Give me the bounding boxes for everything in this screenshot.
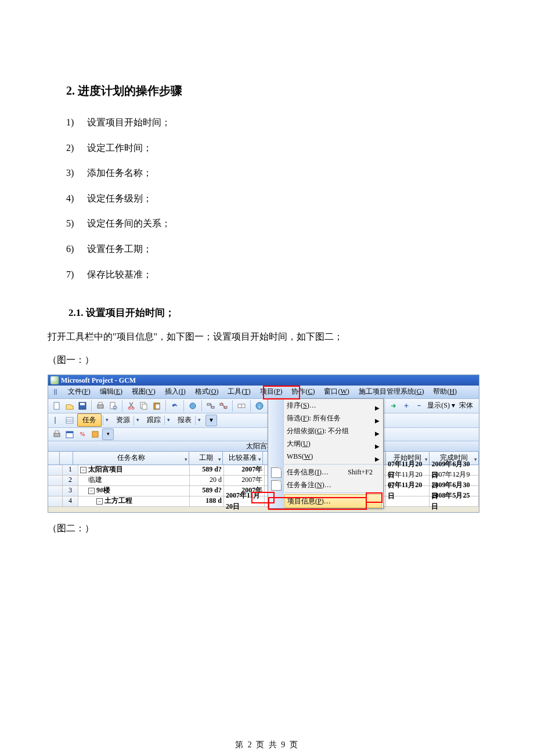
step-text: 添加任务名称； bbox=[85, 168, 152, 178]
step-text: 设置任务工期； bbox=[85, 244, 152, 254]
menu-item-6[interactable]: 项目(P) bbox=[255, 386, 287, 397]
menu-item-0[interactable]: 文件(F) bbox=[63, 386, 95, 397]
table-cell: 2007年11月20日 bbox=[224, 496, 265, 506]
table-cell bbox=[48, 465, 63, 475]
menu-item-4[interactable]: 格式(O) bbox=[190, 386, 223, 397]
info-icon[interactable]: i bbox=[254, 400, 265, 412]
print-icon[interactable] bbox=[95, 400, 106, 412]
col-header-3[interactable]: 工期▾ bbox=[189, 452, 222, 465]
plus-icon[interactable]: ＋ bbox=[400, 400, 412, 412]
col-header-2[interactable]: 任务名称▾ bbox=[73, 452, 190, 465]
step-item: 3) 添加任务名称； bbox=[66, 161, 486, 186]
save-icon[interactable] bbox=[77, 400, 88, 412]
steps-list: 1) 设置项目开始时间；2) 设定工作时间；3) 添加任务名称；4) 设定任务级… bbox=[48, 110, 486, 287]
doc-icon bbox=[271, 467, 282, 478]
menu-item-5[interactable]: 工具(T) bbox=[223, 386, 255, 397]
dropdown-toggle-icon[interactable]: ▾ bbox=[102, 429, 114, 440]
table-cell: −土方工程 bbox=[78, 496, 190, 506]
print-preview-icon[interactable] bbox=[107, 400, 119, 412]
col-header-0[interactable] bbox=[48, 452, 60, 465]
svg-rect-28 bbox=[54, 433, 60, 437]
new-icon[interactable] bbox=[51, 400, 63, 412]
svg-rect-7 bbox=[110, 402, 115, 409]
col-header-7[interactable]: 开始时间▾ bbox=[386, 452, 430, 465]
unlink-tasks-icon[interactable] bbox=[218, 400, 229, 412]
menu-item-3[interactable]: 插入(I) bbox=[160, 386, 190, 397]
minus-icon[interactable]: － bbox=[413, 400, 425, 412]
step-item: 1) 设置项目开始时间； bbox=[66, 110, 486, 136]
ms-project-window: Microsoft Project - GCM 文件(F)编辑(E)视图(V)插… bbox=[48, 375, 479, 513]
table-cell: 1 bbox=[63, 465, 78, 475]
show-dropdown[interactable]: 显示(S) ▾ bbox=[425, 400, 457, 411]
view-list-icon[interactable] bbox=[64, 415, 75, 426]
svg-rect-25 bbox=[66, 417, 73, 423]
arrow-right-icon[interactable] bbox=[388, 400, 399, 412]
project-menu-dropdown[interactable]: 排序(S)…▶筛选(F): 所有任务▶分组依据(G): 不分组▶大纲(U)▶WB… bbox=[268, 398, 384, 509]
table-cell: 2 bbox=[63, 476, 78, 485]
dropdown-item-3[interactable]: 大纲(U)▶ bbox=[268, 437, 383, 450]
overflow-icon[interactable]: ▾ bbox=[205, 415, 217, 426]
body-paragraph: 打开工具栏中的"项目信息"，如下图一；设置项目开始时间，如下图二； bbox=[48, 329, 486, 344]
svg-rect-29 bbox=[55, 431, 59, 433]
section-heading: 2. 进度计划的操作步骤 bbox=[66, 81, 486, 100]
split-icon[interactable] bbox=[236, 400, 247, 412]
grid-body: 1−太阳宫项目589 d?2007年07年11月20日2009年6月30日2临建… bbox=[48, 465, 479, 507]
window-title: Microsoft Project - GCM bbox=[61, 375, 136, 386]
dropdown-item-2[interactable]: 分组依据(G): 不分组▶ bbox=[268, 424, 383, 437]
menu-item-9[interactable]: 施工项目管理系统(G) bbox=[354, 386, 429, 397]
open-icon[interactable] bbox=[64, 400, 75, 412]
col-header-1[interactable] bbox=[60, 452, 73, 465]
menu-item-8[interactable]: 窗口(W) bbox=[319, 386, 353, 397]
copy-icon[interactable] bbox=[138, 400, 150, 412]
dropdown-item-4[interactable]: WBS(W)▶ bbox=[268, 450, 383, 463]
table-cell: 188 d bbox=[190, 496, 224, 506]
menu-item-2[interactable]: 视图(V) bbox=[127, 386, 160, 397]
figure-annot-2: （图二：） bbox=[48, 521, 486, 536]
calendar-icon[interactable] bbox=[64, 429, 75, 440]
doc-icon bbox=[271, 480, 282, 491]
dropdown-item-9[interactable]: 项目信息(P)… bbox=[284, 494, 382, 508]
table-row[interactable]: 4−土方工程188 d2007年11月20日2007年12月16日2007年11… bbox=[48, 496, 479, 507]
task-selector-bar[interactable]: 任务 资源 跟踪 报表 ▾ bbox=[48, 413, 479, 428]
svg-rect-4 bbox=[80, 403, 85, 405]
table-cell bbox=[386, 496, 430, 506]
dropdown-item-7[interactable]: 任务备注(N)… bbox=[268, 478, 383, 491]
print-icon-2[interactable] bbox=[51, 429, 63, 440]
menu-item-10[interactable]: 帮助(H) bbox=[428, 386, 461, 397]
table-cell bbox=[48, 496, 63, 506]
percent-icon[interactable]: % bbox=[77, 429, 88, 440]
font-name[interactable]: 宋体 bbox=[457, 400, 475, 411]
toolbar-secondary[interactable]: % ▾ bbox=[48, 428, 479, 441]
report-tab[interactable]: 报表 bbox=[175, 415, 194, 426]
table-cell: 2008年5月25日 bbox=[430, 496, 479, 506]
menubar[interactable]: 文件(F)编辑(E)视图(V)插入(I)格式(O)工具(T)项目(P)协作(C)… bbox=[48, 386, 479, 399]
col-header-4[interactable]: 比较基准▾ bbox=[223, 452, 263, 465]
table-cell: 589 d? bbox=[190, 486, 224, 496]
dropdown-item-0[interactable]: 排序(S)…▶ bbox=[268, 399, 383, 412]
menu-item-1[interactable]: 编辑(E) bbox=[95, 386, 127, 397]
resource-tab[interactable]: 资源 bbox=[114, 415, 132, 426]
toolbar-main[interactable]: i 不分 ＋ － 显示(S) ▾ 宋体 bbox=[48, 399, 479, 413]
step-text: 设定任务级别； bbox=[85, 193, 152, 203]
link-icon[interactable] bbox=[187, 400, 199, 412]
step-text: 设定任务间的关系； bbox=[85, 218, 171, 228]
table-row[interactable]: 3−9#楼589 d?2007年07年11月20日2009年6月30日 bbox=[48, 486, 479, 496]
col-header-8[interactable]: 完成时间▾ bbox=[430, 452, 479, 465]
paste-icon[interactable] bbox=[151, 400, 163, 412]
window-titlebar: Microsoft Project - GCM bbox=[48, 375, 479, 386]
track-tab[interactable]: 跟踪 bbox=[145, 415, 163, 426]
link-tasks-icon[interactable] bbox=[205, 400, 217, 412]
cut-icon[interactable] bbox=[125, 400, 137, 412]
task-tab[interactable]: 任务 bbox=[77, 413, 102, 427]
dropdown-item-6[interactable]: 任务信息(I)…Shift+F2 bbox=[268, 466, 383, 478]
undo-icon[interactable] bbox=[169, 400, 181, 412]
table-cell: 2007年 bbox=[224, 465, 265, 475]
orange-box-icon[interactable] bbox=[89, 429, 101, 440]
dropdown-item-1[interactable]: 筛选(F): 所有任务▶ bbox=[268, 412, 383, 424]
step-item: 7) 保存比较基准； bbox=[66, 262, 486, 288]
svg-rect-5 bbox=[98, 405, 103, 408]
menu-item-7[interactable]: 协作(C) bbox=[287, 386, 319, 397]
subsection-title: 设置项目开始时间； bbox=[86, 307, 175, 318]
step-number: 3) bbox=[66, 165, 85, 181]
step-number: 6) bbox=[66, 242, 85, 257]
